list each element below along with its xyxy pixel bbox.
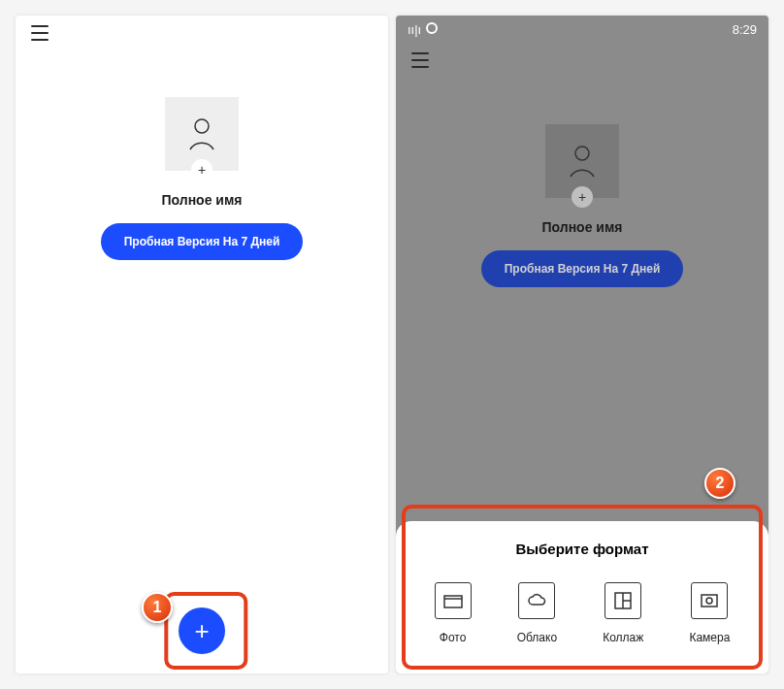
collage-icon	[604, 582, 641, 619]
trial-button[interactable]: Пробная Версия На 7 Дней	[481, 250, 684, 287]
avatar-placeholder[interactable]: +	[165, 97, 239, 171]
format-option-collage[interactable]: Коллаж	[603, 582, 643, 644]
format-label: Коллаж	[603, 631, 643, 644]
svg-point-9	[706, 598, 712, 604]
trial-button[interactable]: Пробная Версия На 7 Дней	[101, 223, 304, 260]
format-option-camera[interactable]: Камера	[689, 582, 730, 644]
clock-text: 8:29	[733, 22, 757, 37]
circle-icon	[425, 21, 439, 38]
svg-rect-3	[444, 596, 462, 607]
avatar-placeholder[interactable]: +	[545, 124, 619, 198]
format-option-cloud[interactable]: Облако	[517, 582, 557, 644]
svg-rect-8	[702, 595, 717, 607]
cloud-icon	[518, 582, 555, 619]
header	[16, 16, 388, 50]
format-label: Фото	[440, 631, 467, 644]
header	[396, 43, 768, 78]
annotation-marker-1: 1	[142, 592, 173, 623]
sheet-title: Выберите формат	[411, 541, 753, 557]
format-options: Фото Облако Коллаж Камера	[411, 582, 753, 644]
screen-1: + Полное имя Пробная Версия На 7 Дней + …	[16, 16, 388, 673]
person-icon	[182, 113, 221, 155]
format-label: Облако	[517, 631, 557, 644]
svg-point-2	[575, 147, 589, 160]
content-area: + Полное имя Пробная Версия На 7 Дней	[396, 78, 768, 287]
full-name-label: Полное имя	[542, 219, 623, 235]
person-icon	[563, 140, 602, 182]
annotation-marker-2: 2	[704, 468, 735, 499]
content-area: + Полное имя Пробная Версия На 7 Дней	[16, 50, 388, 260]
format-label: Камера	[689, 631, 730, 644]
camera-icon	[691, 582, 728, 619]
hamburger-menu-icon[interactable]	[31, 25, 50, 41]
hamburger-menu-icon[interactable]	[411, 52, 431, 68]
add-avatar-badge[interactable]: +	[572, 186, 593, 208]
full-name-label: Полное имя	[162, 192, 243, 208]
screen-2: ıı|ı 8:29 + Полное имя Пробная Версия На…	[396, 16, 768, 673]
add-avatar-badge[interactable]: +	[191, 159, 212, 180]
add-fab[interactable]: +	[179, 607, 225, 654]
bottom-sheet: Выберите формат Фото Облако Коллаж	[396, 521, 768, 673]
signal-icon: ıı|ı	[408, 22, 421, 37]
format-option-photo[interactable]: Фото	[435, 582, 472, 644]
photo-icon	[435, 582, 472, 619]
svg-point-1	[427, 23, 437, 33]
status-bar: ıı|ı 8:29	[396, 16, 768, 43]
svg-point-0	[195, 119, 209, 133]
